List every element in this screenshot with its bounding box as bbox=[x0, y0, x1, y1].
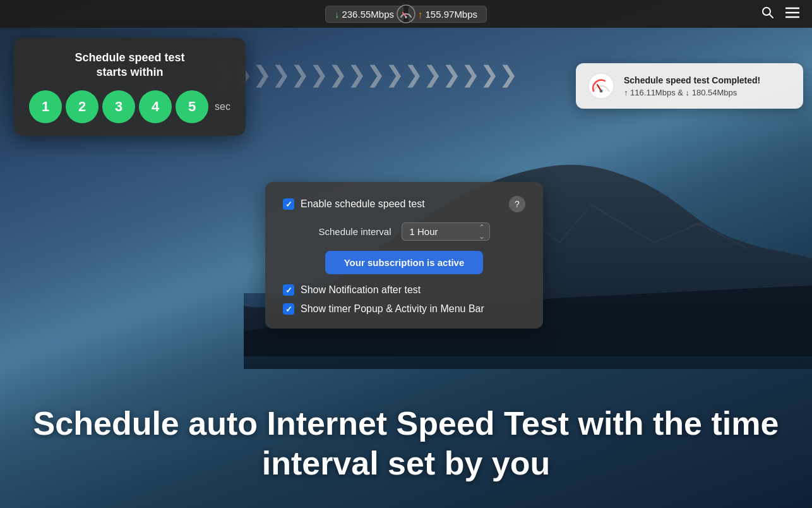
show-timer-label: Show timer Popup & Activity in Menu Bar bbox=[301, 303, 484, 315]
arrow-chevron-4: ❯❯ bbox=[328, 63, 366, 86]
countdown-2: 2 bbox=[66, 90, 99, 123]
upload-speed-value: 155.97Mbps bbox=[426, 9, 478, 20]
show-timer-checkbox[interactable]: ✓ bbox=[283, 303, 294, 315]
notification-checkbox-icon: ✓ bbox=[285, 286, 292, 295]
search-icon[interactable] bbox=[761, 6, 774, 22]
topbar-actions bbox=[761, 6, 799, 22]
enable-schedule-left: ✓ Enable schedule speed test bbox=[283, 198, 425, 210]
download-speed-value: 236.55Mbps bbox=[342, 9, 394, 20]
app-logo bbox=[397, 4, 415, 23]
enable-schedule-label: Enable schedule speed test bbox=[301, 198, 425, 210]
notification-title: Schedule speed test Completed! bbox=[624, 75, 760, 85]
svg-line-4 bbox=[770, 15, 773, 18]
notification-card: Schedule speed test Completed! ↑ 116.11M… bbox=[576, 63, 803, 109]
notification-speedometer-icon bbox=[587, 72, 615, 100]
arrow-chevron-6: ❯❯ bbox=[404, 63, 442, 86]
checkbox-check-icon: ✓ bbox=[285, 200, 292, 209]
show-timer-row: ✓ Show timer Popup & Activity in Menu Ba… bbox=[283, 303, 525, 315]
download-arrow-icon: ↓ bbox=[335, 9, 340, 20]
arrow-chevron-7: ❯❯ bbox=[442, 63, 480, 86]
countdown-row: 1 2 3 4 5 sec bbox=[29, 90, 230, 123]
interval-select[interactable]: 30 Minutes 1 Hour 2 Hours 3 Hours 6 Hour… bbox=[402, 222, 490, 241]
settings-panel: ✓ Enable schedule speed test ? Schedule … bbox=[265, 182, 543, 329]
help-button[interactable]: ? bbox=[509, 196, 525, 212]
menu-icon[interactable] bbox=[785, 7, 799, 21]
interval-label: Schedule interval bbox=[318, 226, 391, 237]
sec-label: sec bbox=[215, 101, 230, 112]
countdown-4: 4 bbox=[139, 90, 172, 123]
arrow-chevron-8: ❯❯ bbox=[480, 63, 518, 86]
notification-body: ↑ 116.11Mbps & ↓ 180.54Mbps bbox=[624, 88, 760, 97]
svg-point-9 bbox=[600, 90, 603, 93]
countdown-1: 1 bbox=[29, 90, 62, 123]
interval-row: Schedule interval 30 Minutes 1 Hour 2 Ho… bbox=[283, 222, 525, 241]
enable-schedule-checkbox[interactable]: ✓ bbox=[283, 198, 294, 210]
schedule-countdown-popup: Schedule speed teststarts within 1 2 3 4… bbox=[14, 38, 246, 136]
arrow-chevron-5: ❯❯ bbox=[366, 63, 404, 86]
download-speed-badge: ↓ 236.55Mbps bbox=[325, 6, 403, 23]
countdown-5: 5 bbox=[176, 90, 208, 123]
show-notification-label: Show Notification after test bbox=[301, 284, 421, 296]
countdown-3: 3 bbox=[102, 90, 135, 123]
arrows-animation: ❯❯ ❯❯ ❯❯ ❯❯ ❯❯ ❯❯ ❯❯ ❯❯ bbox=[215, 63, 518, 86]
bottom-text-section: Schedule auto Internet Speed Test with t… bbox=[0, 404, 812, 483]
upload-arrow-icon: ↑ bbox=[418, 9, 423, 20]
show-notification-row: ✓ Show Notification after test bbox=[283, 284, 525, 296]
upload-speed-badge: ↑ 155.97Mbps bbox=[409, 6, 487, 23]
speedometer-icon bbox=[397, 4, 415, 23]
subscription-button[interactable]: Your subscription is active bbox=[325, 251, 484, 274]
timer-checkbox-icon: ✓ bbox=[285, 305, 292, 314]
bottom-title: Schedule auto Internet Speed Test with t… bbox=[0, 404, 812, 483]
show-notification-checkbox[interactable]: ✓ bbox=[283, 284, 294, 296]
interval-select-wrapper: 30 Minutes 1 Hour 2 Hours 3 Hours 6 Hour… bbox=[402, 222, 490, 241]
notification-content: Schedule speed test Completed! ↑ 116.11M… bbox=[624, 75, 760, 97]
arrow-chevron-2: ❯❯ bbox=[253, 63, 290, 86]
enable-schedule-row: ✓ Enable schedule speed test ? bbox=[283, 196, 525, 212]
schedule-popup-title: Schedule speed teststarts within bbox=[29, 51, 230, 80]
topbar: ↓ 236.55Mbps ↑ 155.97Mbps bbox=[0, 0, 812, 28]
svg-point-3 bbox=[763, 8, 770, 15]
arrow-chevron-3: ❯❯ bbox=[290, 63, 328, 86]
svg-point-2 bbox=[405, 16, 407, 18]
